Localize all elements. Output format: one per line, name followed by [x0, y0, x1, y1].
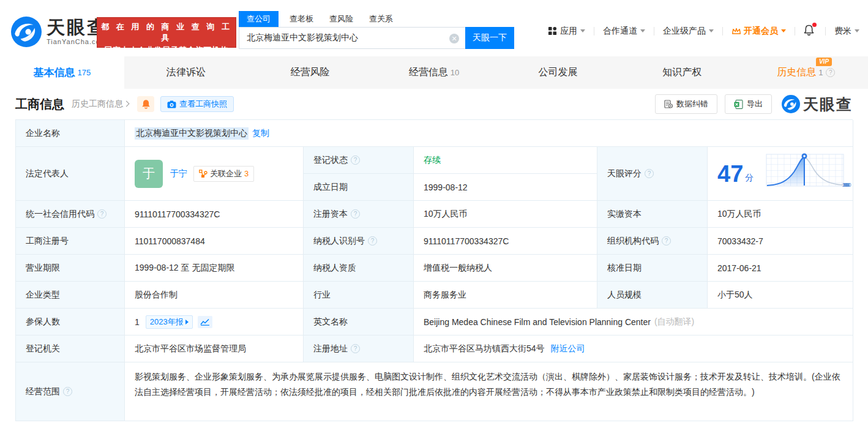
annual-report-badge[interactable]: 2023年报: [146, 315, 193, 329]
data-correction-button[interactable]: 数据纠错: [655, 94, 717, 114]
triangle-right-icon: [185, 320, 189, 324]
est-date-cell: 1999-08-12: [414, 174, 597, 201]
crown-icon: [731, 27, 741, 36]
nav-user-label: 费米: [834, 26, 851, 37]
chevron-down-icon: [709, 29, 714, 32]
divider: [722, 27, 723, 36]
field-label: 成立日期: [304, 174, 414, 201]
search-tab-relation[interactable]: 查关系: [369, 11, 393, 27]
company-name-cell: 北京梅迪亚中文影视策划中心 复制: [125, 120, 853, 147]
field-label: 法定代表人: [16, 147, 125, 201]
field-label: 注册资本: [304, 201, 414, 228]
slogan-banner: 都 在 用 的 商 业 查 询 工 具 国家中小企业发展子基金旗下机构: [97, 17, 236, 48]
help-icon[interactable]: [368, 236, 377, 245]
address-cell: 北京市平谷区马坊镇西大街54号 附近公司: [414, 335, 853, 362]
header: 天眼查 TianYanCha.com 都 在 用 的 商 业 查 询 工 具 国…: [0, 6, 868, 56]
legal-rep-name-link[interactable]: 于宁: [170, 168, 187, 179]
field-label: 工商注册号: [16, 228, 125, 255]
legal-rep-cell: 于 于宁 关联企业 3: [125, 147, 304, 201]
trend-chart-button[interactable]: [198, 316, 212, 328]
slogan-line2: 国家中小企业发展子基金旗下机构: [97, 45, 236, 56]
clear-search-icon[interactable]: [449, 34, 459, 43]
company-type-cell: 股份合作制: [125, 282, 304, 309]
divider: [594, 27, 594, 36]
field-label: 实缴资本: [597, 201, 708, 228]
chevron-down-icon: [640, 29, 645, 32]
reg-no-cell: 110117000837484: [125, 228, 304, 255]
help-icon[interactable]: [63, 387, 72, 396]
business-snapshot-button[interactable]: 查看工商快照: [160, 96, 234, 112]
related-companies-badge[interactable]: 关联企业 3: [193, 166, 254, 182]
insured-cell: 1 2023年报: [125, 309, 304, 335]
score-cell[interactable]: 47 分: [708, 147, 853, 201]
nav-vip[interactable]: 开通会员: [731, 26, 786, 37]
industry-cell: 商务服务业: [414, 282, 597, 309]
score-unit: 分: [745, 173, 754, 184]
score-curve: [765, 152, 847, 190]
notifications-button[interactable]: [804, 24, 814, 37]
history-business-info-link[interactable]: 历史工商信息: [72, 99, 129, 110]
nav-vip-label: 开通会员: [744, 26, 778, 37]
help-icon[interactable]: [351, 209, 360, 219]
field-label: 组织机构代码: [597, 228, 708, 255]
search-tab-risk[interactable]: 查风险: [329, 11, 353, 27]
related-network-icon: [199, 170, 208, 178]
help-icon[interactable]: [662, 236, 671, 245]
score-distribution-chart: 0 1 3 15 50 85 97 99 100: [765, 152, 847, 196]
tab-legal-proceedings[interactable]: 法律诉讼: [124, 56, 249, 89]
nav-apps-label: 应用: [560, 26, 577, 37]
vip-badge: VIP: [816, 58, 832, 66]
tab-basic-info[interactable]: 基本信息 175: [0, 56, 124, 89]
nav-enterprise[interactable]: 企业级产品: [663, 26, 714, 37]
search-tab-company[interactable]: 查公司: [239, 11, 279, 27]
help-icon[interactable]: [826, 68, 835, 77]
help-icon[interactable]: [351, 344, 360, 353]
paid-capital-cell: 10万人民币: [708, 201, 853, 228]
slogan-line1: 都 在 用 的 商 业 查 询 工 具: [97, 21, 236, 43]
business-scope-cell: 影视策划服务、企业形象策划服务、为承办展览展示提供服务、电脑图文设计制作、组织文…: [125, 362, 853, 421]
export-button[interactable]: 导出: [725, 94, 772, 114]
nav-partner[interactable]: 合作通道: [603, 26, 645, 37]
score-value: 47: [717, 162, 743, 186]
field-label: 纳税人资质: [304, 255, 414, 282]
field-label: 核准日期: [597, 255, 708, 282]
field-label: 英文名称: [304, 309, 414, 335]
tab-business-risk[interactable]: 经营风险: [248, 56, 372, 89]
term-cell: 1999-08-12 至 无固定期限: [125, 255, 304, 282]
tab-history-info[interactable]: 历史信息 1 VIP: [744, 56, 868, 89]
english-name-cell: Beijing Medea Chinese Film and Televisio…: [414, 309, 853, 335]
search-button[interactable]: 天眼一下: [465, 27, 514, 49]
field-label: 天眼评分: [597, 147, 708, 201]
tab-company-development[interactable]: 公司发展: [496, 56, 620, 89]
chevron-down-icon: [855, 29, 859, 32]
copy-link[interactable]: 复制: [252, 128, 269, 139]
help-icon[interactable]: [351, 156, 360, 165]
tab-business-info[interactable]: 经营信息 10: [372, 56, 496, 89]
company-tabbar: 基本信息 175 法律诉讼 经营风险 经营信息 10 公司发展 知识产权 历史信…: [0, 56, 868, 89]
field-label: 统一社会信用代码: [16, 201, 125, 228]
uscc-cell: 91110117700334327C: [125, 201, 304, 228]
site-logo[interactable]: 天眼查 TianYanCha.com: [11, 17, 107, 47]
company-name: 北京梅迪亚中文影视策划中心: [135, 127, 249, 140]
org-code-cell: 70033432-7: [708, 228, 853, 255]
page: 天眼查 TianYanCha.com 都 在 用 的 商 业 查 询 工 具 国…: [0, 0, 868, 431]
field-label: 经营范围: [16, 362, 125, 421]
nav-user[interactable]: 费米: [834, 26, 859, 37]
subscribe-bell-button[interactable]: [137, 96, 154, 112]
field-label: 登记状态: [304, 147, 414, 174]
watermark-logo: 天眼查: [782, 94, 853, 114]
taxpayer-quality-cell: 增值税一般纳税人: [414, 255, 597, 282]
legal-rep-avatar[interactable]: 于: [135, 160, 163, 188]
chevron-down-icon: [781, 29, 786, 32]
nearby-companies-link[interactable]: 附近公司: [551, 343, 585, 354]
field-label: 行业: [304, 282, 414, 309]
search-input[interactable]: [239, 28, 465, 48]
search-tab-boss[interactable]: 查老板: [290, 11, 313, 27]
tab-intellectual-property[interactable]: 知识产权: [620, 56, 744, 89]
field-label: 参保人数: [16, 309, 125, 335]
help-icon[interactable]: [645, 169, 654, 178]
watermark-text: 天眼查: [803, 94, 853, 114]
nav-apps[interactable]: 应用: [548, 26, 585, 37]
tianyancha-logo-icon: [782, 95, 800, 113]
help-icon[interactable]: [97, 209, 107, 219]
